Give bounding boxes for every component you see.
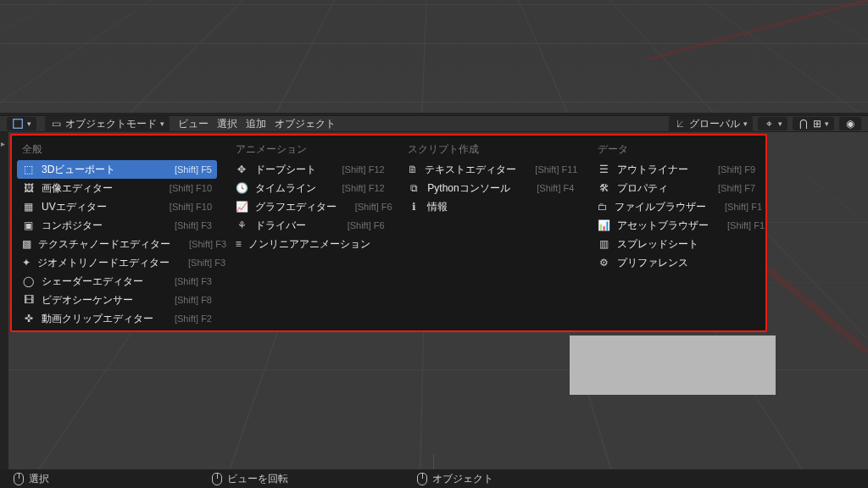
snap-dropdown[interactable]: ⋂⊞▾ [793,117,834,130]
mode-dropdown[interactable]: ▭ オブジェクトモード ▾ [45,116,170,132]
movie-clip-icon: ✜ [22,313,35,325]
menu-item-movie-clip[interactable]: ✜動画クリップエディター[Shift] F2 [17,309,217,328]
menu-item-video-sequencer[interactable]: 🎞ビデオシーケンサー[Shift] F8 [17,291,217,309]
menu-item-drivers[interactable]: ⚘ドライバー[Shift] F6 [231,216,390,235]
status-bar: 選択 ビューを回転 オブジェクト [0,469,868,488]
viewport-3d-icon [12,118,24,130]
status-rotate-label: ビューを回転 [227,472,288,486]
menu-item-label: ドライバー [255,219,329,233]
viewport-gutter [0,132,8,469]
transform-label: グローバル [689,117,740,131]
menu-item-nla[interactable]: ≡ノンリニアアニメーション [231,235,390,253]
orientation-icon: ⟀ [674,118,686,130]
column-data: データ ☰アウトライナー[Shift] F9🛠プロパティ[Shift] F7🗀フ… [587,139,765,327]
asset-browser-icon: 📊 [598,219,610,232]
menu-object[interactable]: オブジェクト [275,117,336,131]
menu-item-label: グラフエディター [255,200,337,214]
menu-item-label: タイムライン [255,181,324,196]
shader-editor-icon: ◯ [22,275,35,288]
menu-item-asset-browser[interactable]: 📊アセットブラウザー[Shift] F1 [593,216,760,235]
preferences-icon: ⚙ [598,257,610,269]
menu-item-uv-editor[interactable]: ▦UVエディター[Shift] F10 [17,197,217,216]
svg-rect-0 [14,119,23,129]
compositor-icon: ▣ [22,219,35,232]
menu-item-shortcut: [Shift] F6 [348,220,385,230]
status-select-label: 選択 [29,472,49,486]
menu-item-label: Pythonコンソール [427,181,518,196]
menu-item-label: プロパティ [617,181,699,196]
menu-item-info[interactable]: ℹ情報 [403,197,579,216]
menu-item-geometry-node[interactable]: ✦ジオメトリノードエディター[Shift] F3 [17,253,217,272]
menu-item-properties[interactable]: 🛠プロパティ[Shift] F7 [593,179,760,197]
menu-item-label: プリファレンス [617,256,737,270]
menu-item-shortcut: [Shift] F6 [355,202,392,212]
object-mode-icon: ▭ [50,118,62,130]
menu-item-texture-node[interactable]: ▩テクスチャノードエディター[Shift] F3 [17,235,217,253]
mouse-right-icon [417,473,427,485]
menu-item-label: アセットブラウザー [617,219,709,233]
axis-x-line [648,0,868,59]
menu-item-file-browser[interactable]: 🗀ファイルブラウザー[Shift] F1 [593,197,760,216]
status-object: オブジェクト [417,472,493,486]
menu-item-shortcut: [Shift] F4 [537,183,574,193]
editor-type-dropdown[interactable]: ▾ [7,117,36,130]
editor-type-menu: 全般 ⬚3Dビューポート[Shift] F5🖼画像エディター[Shift] F1… [10,134,767,332]
menu-item-shader-editor[interactable]: ◯シェーダーエディター[Shift] F3 [17,272,217,291]
menu-item-text-editor[interactable]: 🗎テキストエディター[Shift] F11 [403,160,579,179]
menu-item-label: ドープシート [255,163,324,177]
menu-item-shortcut: [Shift] F7 [718,183,755,193]
proportional-icon: ◉ [844,118,856,130]
chevron-down-icon: ▾ [743,119,748,128]
menu-item-viewport-3d[interactable]: ⬚3Dビューポート[Shift] F5 [17,160,217,179]
menu-item-dope-sheet[interactable]: ✥ドープシート[Shift] F12 [231,160,390,179]
chevron-down-icon: ▾ [160,119,164,128]
timeline-icon: 🕓 [236,182,248,195]
menu-item-compositor[interactable]: ▣コンポジター[Shift] F3 [17,216,217,235]
nla-icon: ≡ [236,238,242,251]
menu-item-label: ノンリニアアニメーション [248,237,370,252]
menu-item-label: シェーダーエディター [42,274,156,289]
menu-item-shortcut: [Shift] F3 [188,258,225,268]
column-heading-general: 全般 [17,141,217,160]
menu-select[interactable]: 選択 [217,117,237,131]
viewport-3d-top[interactable] [0,0,868,113]
menu-item-outliner[interactable]: ☰アウトライナー[Shift] F9 [593,160,760,179]
menu-item-shortcut: [Shift] F9 [718,164,755,175]
video-sequencer-icon: 🎞 [22,294,35,307]
drivers-icon: ⚘ [236,219,248,232]
proportional-edit-toggle[interactable]: ◉ [839,117,861,130]
axis-y-line [433,454,434,469]
column-heading-data: データ [593,141,760,160]
selected-cube-object[interactable] [570,336,776,395]
menu-item-label: テキストエディター [425,163,516,177]
menu-item-image-editor[interactable]: 🖼画像エディター[Shift] F10 [17,179,217,197]
menu-item-spreadsheet[interactable]: ▥スプレッドシート [593,235,760,253]
status-rotate: ビューを回転 [212,472,288,486]
column-animation: アニメーション ✥ドープシート[Shift] F12🕓タイムライン[Shift]… [225,139,395,327]
menu-item-label: コンポジター [42,219,156,233]
menu-item-shortcut: [Shift] F5 [175,164,212,175]
pivot-dropdown[interactable]: ⌖▾ [758,117,787,130]
chevron-down-icon: ▾ [778,119,782,128]
menu-item-label: アウトライナー [617,163,699,177]
menu-item-shortcut: [Shift] F1 [727,220,765,230]
text-editor-icon: 🗎 [408,164,418,176]
menu-item-label: ジオメトリノードエディター [37,256,170,270]
outliner-icon: ☰ [598,164,610,176]
chevron-down-icon: ▾ [27,119,31,128]
menu-item-preferences[interactable]: ⚙プリファレンス [593,253,760,272]
menu-item-shortcut: [Shift] F3 [189,239,226,249]
axis-x-line-2 [766,268,868,352]
transform-orientation-dropdown[interactable]: ⟀ グローバル ▾ [669,116,753,132]
column-general: 全般 ⬚3Dビューポート[Shift] F5🖼画像エディター[Shift] F1… [12,139,222,327]
menu-item-shortcut: [Shift] F12 [342,183,385,193]
menu-item-timeline[interactable]: 🕓タイムライン[Shift] F12 [231,179,390,197]
menu-item-python-console[interactable]: ⧉Pythonコンソール[Shift] F4 [403,179,579,197]
menu-item-shortcut: [Shift] F1 [725,202,762,212]
menu-item-graph-editor[interactable]: 📈グラフエディター[Shift] F6 [231,197,390,216]
menu-add[interactable]: 追加 [246,117,266,131]
properties-icon: 🛠 [598,182,610,195]
dope-sheet-icon: ✥ [236,164,248,176]
expand-toolbar-icon[interactable]: ▸ [1,139,5,148]
menu-view[interactable]: ビュー [178,117,209,131]
